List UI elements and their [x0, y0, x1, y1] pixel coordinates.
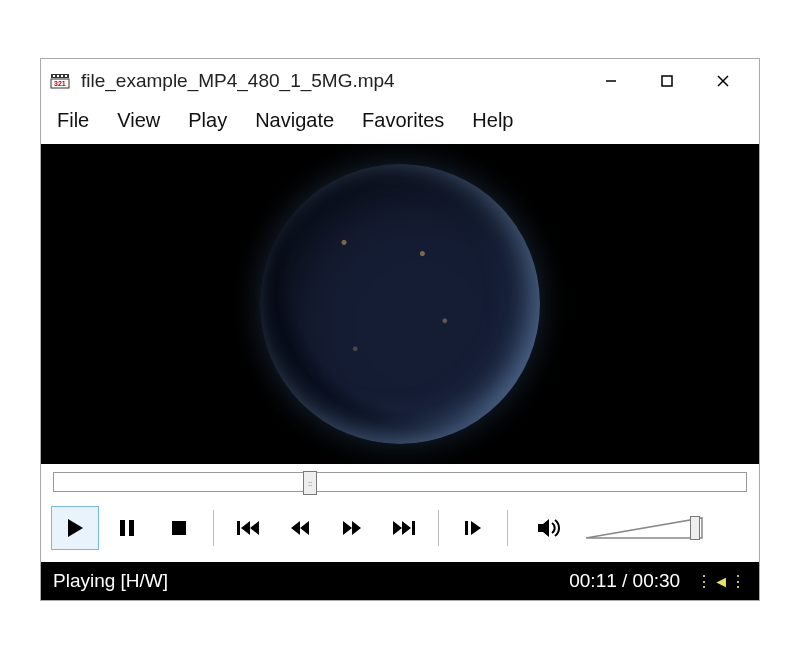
svg-rect-24 [412, 521, 415, 535]
separator [213, 510, 214, 546]
stop-button[interactable] [155, 506, 203, 550]
svg-marker-27 [538, 519, 549, 537]
menu-favorites[interactable]: Favorites [362, 109, 444, 132]
svg-rect-1 [53, 75, 55, 77]
svg-rect-14 [172, 521, 186, 535]
svg-marker-20 [343, 521, 352, 535]
svg-rect-13 [129, 520, 134, 536]
svg-rect-8 [662, 76, 672, 86]
volume-thumb[interactable] [690, 516, 700, 540]
seekbar[interactable]: :: [41, 464, 759, 498]
svg-rect-2 [57, 75, 59, 77]
app-icon: 321 [49, 70, 71, 92]
menu-navigate[interactable]: Navigate [255, 109, 334, 132]
svg-rect-15 [237, 521, 240, 535]
maximize-button[interactable] [639, 59, 695, 103]
svg-marker-17 [250, 521, 259, 535]
svg-marker-22 [393, 521, 402, 535]
volume-controls [526, 506, 749, 550]
separator [438, 510, 439, 546]
pause-button[interactable] [103, 506, 151, 550]
time-display[interactable]: 00:11 / 00:30 [569, 570, 680, 592]
svg-marker-21 [352, 521, 361, 535]
minimize-button[interactable] [583, 59, 639, 103]
svg-marker-23 [402, 521, 411, 535]
close-button[interactable] [695, 59, 751, 103]
frame-step-button[interactable] [449, 506, 497, 550]
player-window: 321 file_example_MP4_480_1_5MG.mp4 File … [40, 58, 760, 601]
playback-state: Playing [H/W] [53, 570, 569, 592]
audio-indicator-icon: ⋮◄⋮ [696, 572, 747, 591]
menu-view[interactable]: View [117, 109, 160, 132]
menu-play[interactable]: Play [188, 109, 227, 132]
window-title: file_example_MP4_480_1_5MG.mp4 [81, 70, 583, 92]
svg-marker-11 [68, 519, 83, 537]
play-button[interactable] [51, 506, 99, 550]
window-controls [583, 59, 751, 103]
mute-button[interactable] [526, 506, 574, 550]
skip-back-button[interactable] [224, 506, 272, 550]
video-viewport[interactable] [41, 144, 759, 464]
seek-thumb[interactable]: :: [303, 471, 317, 495]
video-frame-earth [260, 164, 540, 444]
menu-help[interactable]: Help [472, 109, 513, 132]
svg-text:321: 321 [54, 80, 66, 87]
svg-marker-19 [300, 521, 309, 535]
svg-rect-12 [120, 520, 125, 536]
statusbar: Playing [H/W] 00:11 / 00:30 ⋮◄⋮ [41, 562, 759, 600]
titlebar: 321 file_example_MP4_480_1_5MG.mp4 [41, 59, 759, 103]
volume-slider[interactable] [584, 514, 704, 542]
menubar: File View Play Navigate Favorites Help [41, 103, 759, 144]
svg-marker-16 [241, 521, 250, 535]
svg-marker-28 [586, 518, 702, 538]
skip-forward-button[interactable] [380, 506, 428, 550]
separator [507, 510, 508, 546]
svg-rect-4 [65, 75, 67, 77]
rewind-button[interactable] [276, 506, 324, 550]
svg-marker-26 [471, 521, 481, 535]
svg-marker-18 [291, 521, 300, 535]
playback-controls [41, 498, 759, 562]
menu-file[interactable]: File [57, 109, 89, 132]
svg-rect-25 [465, 521, 468, 535]
svg-rect-3 [61, 75, 63, 77]
fast-forward-button[interactable] [328, 506, 376, 550]
seek-track[interactable]: :: [53, 472, 747, 492]
